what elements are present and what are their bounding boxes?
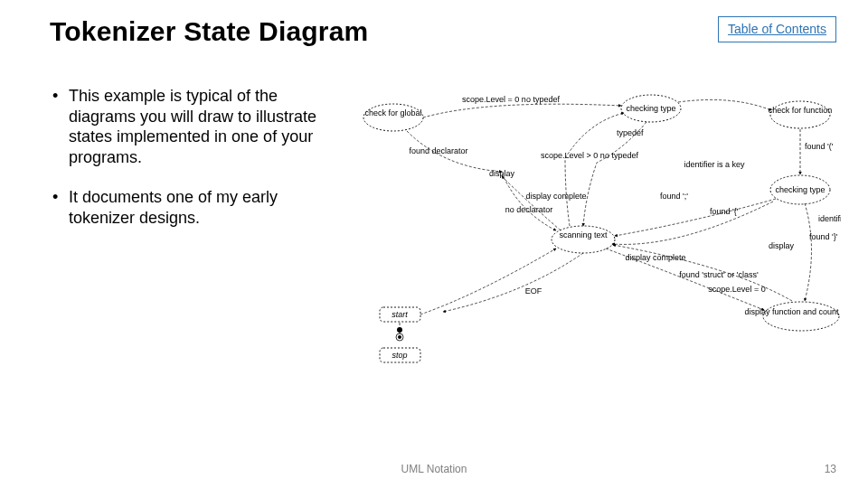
svg-text:found '}': found '}' bbox=[809, 232, 838, 241]
slide-title: Tokenizer State Diagram bbox=[50, 16, 369, 47]
svg-text:found '(': found '(' bbox=[805, 142, 834, 151]
bullet-item: This example is typical of the diagrams … bbox=[52, 86, 342, 167]
svg-text:scanning text: scanning text bbox=[559, 230, 608, 239]
svg-text:display function and count lin: display function and count lines bbox=[744, 307, 841, 316]
svg-text:identifier is a key: identifier is a key bbox=[684, 160, 745, 169]
svg-text:scope.Level = 0: scope.Level = 0 bbox=[708, 285, 765, 294]
svg-text:found '{': found '{' bbox=[710, 207, 739, 216]
svg-text:check for global: check for global bbox=[364, 108, 421, 117]
state-diagram: check for global checking type check for… bbox=[353, 86, 841, 375]
table-of-contents-button[interactable]: Table of Contents bbox=[718, 16, 836, 42]
page-number: 13 bbox=[825, 463, 836, 475]
svg-text:found declarator: found declarator bbox=[409, 146, 467, 155]
svg-text:display: display bbox=[769, 241, 795, 250]
svg-point-5 bbox=[763, 302, 839, 331]
svg-text:display complete: display complete bbox=[625, 253, 685, 262]
svg-text:start: start bbox=[392, 310, 408, 319]
footer-title: UML Notation bbox=[0, 463, 868, 475]
svg-text:display: display bbox=[489, 169, 515, 178]
svg-point-10 bbox=[398, 335, 401, 339]
svg-text:EOF: EOF bbox=[525, 286, 542, 296]
bullet-list: This example is typical of the diagrams … bbox=[52, 86, 342, 248]
svg-text:checking type: checking type bbox=[775, 185, 825, 194]
svg-text:scope.Level > 0 no typedef: scope.Level > 0 no typedef bbox=[541, 151, 638, 160]
svg-text:found 'struct' or 'class': found 'struct' or 'class' bbox=[679, 270, 759, 279]
bullet-item: It documents one of my early tokenizer d… bbox=[52, 187, 342, 228]
svg-text:scope.Level = 0 no typedef: scope.Level = 0 no typedef bbox=[462, 95, 560, 104]
svg-text:check for function: check for function bbox=[769, 106, 833, 115]
svg-text:stop: stop bbox=[392, 351, 407, 360]
svg-text:typedef: typedef bbox=[617, 128, 644, 137]
svg-text:no declarator: no declarator bbox=[505, 205, 553, 214]
svg-text:checking type: checking type bbox=[626, 104, 675, 113]
svg-text:found ';': found ';' bbox=[660, 192, 688, 201]
table-of-contents-link[interactable]: Table of Contents bbox=[728, 22, 826, 36]
svg-text:identifier is not a key: identifier is not a key bbox=[818, 214, 841, 223]
svg-text:display complete: display complete bbox=[525, 192, 586, 201]
